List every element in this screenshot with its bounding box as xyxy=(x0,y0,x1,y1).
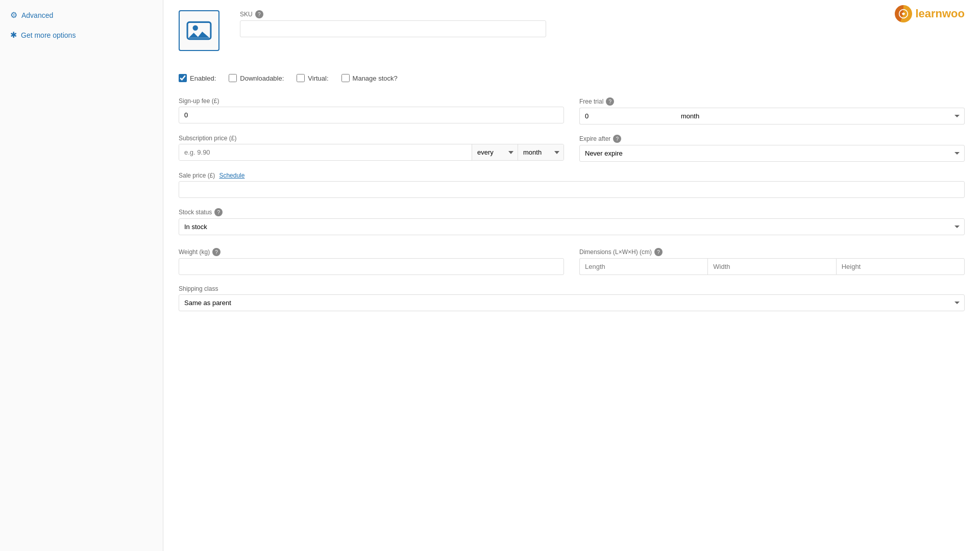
gear-icon: ⚙ xyxy=(10,10,17,20)
manage-stock-checkbox[interactable] xyxy=(341,74,350,82)
checkboxes-row: Enabled: Downloadable: Virtual: Manage s… xyxy=(179,71,965,85)
expire-after-help-icon[interactable]: ? xyxy=(613,135,621,143)
shipping-class-select[interactable]: Same as parent xyxy=(179,294,965,311)
free-trial-help-icon[interactable]: ? xyxy=(606,97,614,106)
free-trial-group: Free trial ? day week month year xyxy=(579,97,965,124)
downloadable-checkbox-item[interactable]: Downloadable: xyxy=(229,74,284,82)
stock-status-group: Stock status ? In stock Out of stock On … xyxy=(179,208,965,235)
stock-status-wrapper: In stock Out of stock On backorder xyxy=(179,218,965,235)
dimensions-inputs xyxy=(579,258,965,275)
free-trial-inputs: day week month year xyxy=(579,108,965,124)
free-trial-period-select[interactable]: day week month year xyxy=(676,108,965,124)
sidebar-item-advanced[interactable]: ⚙ Advanced xyxy=(0,5,163,25)
shipping-class-group: Shipping class Same as parent xyxy=(179,285,965,311)
expire-after-group: Expire after ? Never expire 1 month 2 mo… xyxy=(579,135,965,162)
virtual-label: Virtual: xyxy=(308,74,328,82)
weight-help-icon[interactable]: ? xyxy=(212,248,220,256)
svg-point-2 xyxy=(193,26,198,31)
main-content: learnwoo SKU ? xyxy=(163,0,980,551)
sidebar: ⚙ Advanced ✱ Get more options xyxy=(0,0,163,551)
sku-label: SKU ? xyxy=(240,10,965,18)
expire-after-wrapper: Never expire 1 month 2 months 3 months 6… xyxy=(579,145,965,162)
subscription-price-inputs: every every 2 every 3 every 4 every 5 ev… xyxy=(179,144,564,161)
top-row: SKU ? xyxy=(179,10,965,61)
enabled-label: Enabled: xyxy=(190,74,216,82)
subscription-expire-row: Subscription price (£) every every 2 eve… xyxy=(179,135,965,162)
sku-help-icon[interactable]: ? xyxy=(255,10,263,18)
shipping-class-label: Shipping class xyxy=(179,285,965,292)
dimensions-help-icon[interactable]: ? xyxy=(654,248,663,256)
stock-status-select[interactable]: In stock Out of stock On backorder xyxy=(179,218,965,235)
length-input[interactable] xyxy=(579,258,707,275)
signup-fee-group: Sign-up fee (£) xyxy=(179,97,564,124)
shipping-class-wrapper: Same as parent xyxy=(179,294,965,311)
manage-stock-checkbox-item[interactable]: Manage stock? xyxy=(341,74,398,82)
downloadable-checkbox[interactable] xyxy=(229,74,237,82)
width-input[interactable] xyxy=(707,258,836,275)
expire-after-select[interactable]: Never expire 1 month 2 months 3 months 6… xyxy=(579,145,965,162)
logo-circle xyxy=(895,5,912,22)
sale-price-input[interactable] xyxy=(179,181,965,198)
virtual-checkbox[interactable] xyxy=(297,74,305,82)
subscription-price-input[interactable] xyxy=(179,144,472,160)
virtual-checkbox-item[interactable]: Virtual: xyxy=(297,74,328,82)
app-layout: ⚙ Advanced ✱ Get more options learnwoo xyxy=(0,0,980,551)
sku-input[interactable] xyxy=(240,20,546,37)
weight-input[interactable] xyxy=(179,258,564,275)
free-trial-period-wrapper: day week month year xyxy=(676,108,965,124)
sidebar-item-get-more-options[interactable]: ✱ Get more options xyxy=(0,25,163,45)
sale-price-label-row: Sale price (£) Schedule xyxy=(179,172,965,179)
subscription-period-select[interactable]: day week month year xyxy=(518,144,564,160)
weight-group: Weight (kg) ? xyxy=(179,248,564,275)
logo-text: learnwoo xyxy=(915,7,965,20)
sale-price-group: Sale price (£) Schedule xyxy=(179,172,965,198)
downloadable-label: Downloadable: xyxy=(240,74,284,82)
subscription-price-label: Subscription price (£) xyxy=(179,135,564,142)
plugin-icon: ✱ xyxy=(10,30,17,40)
schedule-link[interactable]: Schedule xyxy=(219,172,244,179)
dimensions-group: Dimensions (L×W×H) (cm) ? xyxy=(579,248,965,275)
enabled-checkbox-item[interactable]: Enabled: xyxy=(179,74,216,82)
stock-status-label: Stock status ? xyxy=(179,208,965,216)
stock-status-help-icon[interactable]: ? xyxy=(214,208,223,216)
signup-fee-input[interactable] xyxy=(179,107,564,123)
weight-label: Weight (kg) ? xyxy=(179,248,564,256)
manage-stock-label: Manage stock? xyxy=(353,74,398,82)
sidebar-item-advanced-label: Advanced xyxy=(21,11,53,19)
free-trial-label: Free trial ? xyxy=(579,97,965,106)
logo-learn: learnwoo xyxy=(915,7,965,20)
height-input[interactable] xyxy=(836,258,965,275)
enabled-checkbox[interactable] xyxy=(179,74,187,82)
sku-group: SKU ? xyxy=(240,10,965,37)
signup-free-trial-row: Sign-up fee (£) Free trial ? day week mo… xyxy=(179,97,965,124)
product-image[interactable] xyxy=(179,10,219,51)
logo: learnwoo xyxy=(895,5,965,22)
free-trial-value-input[interactable] xyxy=(579,108,676,124)
subscription-every-select[interactable]: every every 2 every 3 every 4 every 5 ev… xyxy=(472,144,518,160)
dimensions-label: Dimensions (L×W×H) (cm) ? xyxy=(579,248,965,256)
signup-fee-label: Sign-up fee (£) xyxy=(179,97,564,105)
expire-after-label: Expire after ? xyxy=(579,135,965,143)
weight-dimensions-row: Weight (kg) ? Dimensions (L×W×H) (cm) ? xyxy=(179,248,965,275)
sidebar-item-get-more-label: Get more options xyxy=(21,31,76,39)
subscription-price-group: Subscription price (£) every every 2 eve… xyxy=(179,135,564,162)
